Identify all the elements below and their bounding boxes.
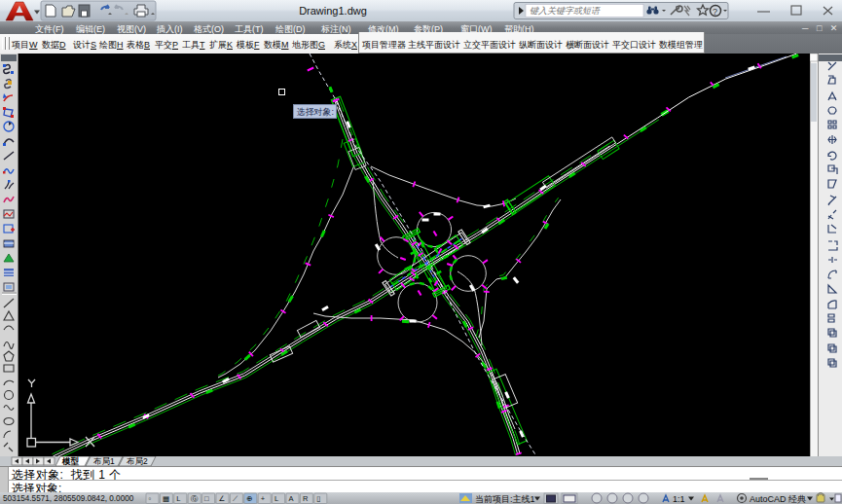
svg-text:?: ? [713, 7, 717, 17]
svg-text:□: □ [204, 494, 209, 503]
svg-text:+: + [261, 494, 266, 503]
svg-text:布局1: 布局1 [93, 456, 115, 466]
svg-text:∠: ∠ [219, 494, 226, 503]
svg-text:▦: ▦ [163, 494, 169, 503]
svg-text:键入关键字或短语: 键入关键字或短语 [530, 6, 601, 16]
svg-text:A: A [289, 494, 294, 503]
svg-text:503154.5571, 2805509.0842, 0.0: 503154.5571, 2805509.0842, 0.0000 [3, 494, 134, 503]
svg-text:R: R [303, 494, 309, 503]
svg-text:L: L [176, 494, 180, 503]
svg-text:AutoCAD 经典: AutoCAD 经典 [750, 494, 806, 504]
svg-text:▯: ▯ [316, 494, 320, 503]
svg-text:⟋: ⟋ [233, 494, 238, 503]
svg-text:布局2: 布局2 [127, 456, 148, 466]
svg-text:模型: 模型 [61, 456, 80, 466]
svg-text:1:1: 1:1 [673, 494, 685, 504]
svg-text:L: L [275, 494, 278, 503]
svg-text:Ⓖ: Ⓖ [191, 494, 199, 503]
svg-text:⊕: ⊕ [246, 494, 252, 503]
svg-text:Drawing1.dwg: Drawing1.dwg [299, 5, 367, 17]
svg-text:当前项目:主线1: 当前项目:主线1 [475, 494, 535, 504]
svg-text:选择对象:: 选择对象: [297, 107, 335, 117]
svg-text:▫: ▫ [149, 494, 152, 503]
